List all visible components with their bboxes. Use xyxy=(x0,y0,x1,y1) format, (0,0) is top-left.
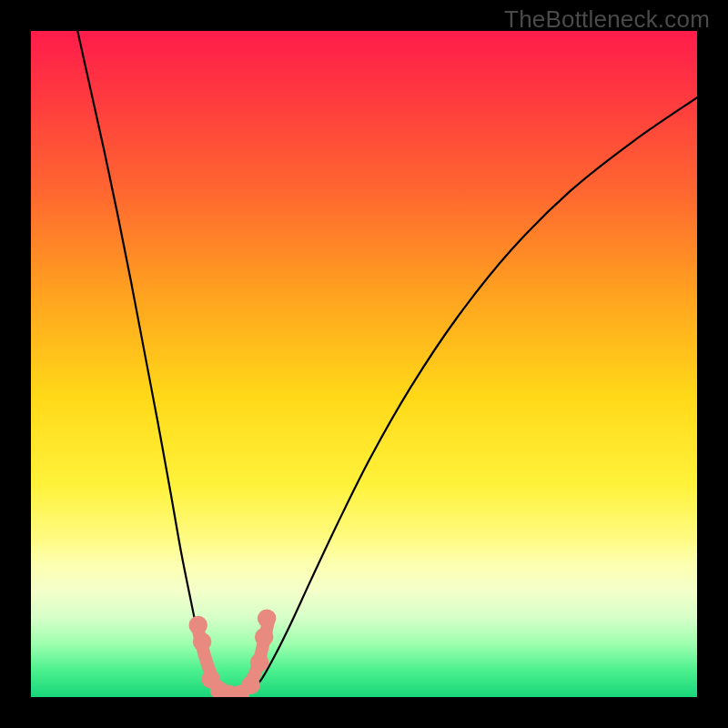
accent-dot xyxy=(250,653,268,672)
watermark-text: TheBottleneck.com xyxy=(504,5,710,34)
accent-dot xyxy=(255,628,273,646)
chart-plot xyxy=(31,31,697,697)
chart-frame: TheBottleneck.com xyxy=(0,0,728,728)
accent-dot xyxy=(258,609,276,627)
accent-dot xyxy=(188,616,207,634)
accent-dot xyxy=(193,632,211,651)
accent-dot xyxy=(241,676,259,694)
chart-svg xyxy=(31,31,697,697)
chart-background xyxy=(31,31,697,697)
